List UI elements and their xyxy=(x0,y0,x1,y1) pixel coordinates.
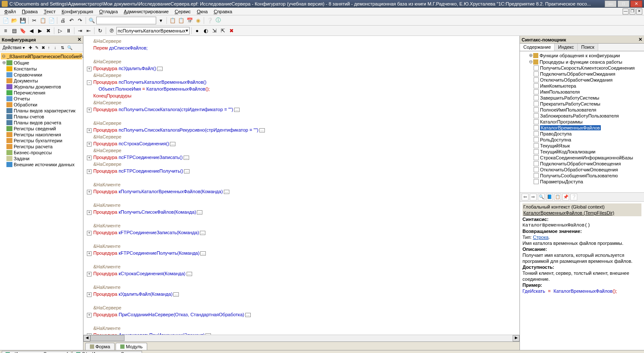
tb2-bookmark-button[interactable]: 🔖 xyxy=(19,27,27,35)
ellipsis-icon[interactable]: … xyxy=(259,128,265,132)
fold-toggle[interactable]: - xyxy=(87,80,92,85)
maximize-button[interactable]: □ xyxy=(617,0,629,7)
info-button[interactable]: ⓘ xyxy=(214,17,222,24)
tree-item[interactable]: Регистры бухгалтерии xyxy=(1,138,82,144)
fold-toggle[interactable]: + xyxy=(87,210,92,215)
ellipsis-icon[interactable]: … xyxy=(184,169,190,174)
help-leaf[interactable]: ПрекратитьРаботуСистемы xyxy=(521,101,643,107)
ellipsis-icon[interactable]: … xyxy=(200,231,205,235)
ellipsis-icon[interactable]: … xyxy=(200,251,206,256)
close-button[interactable]: ✕ xyxy=(630,0,642,7)
ellipsis-icon[interactable]: … xyxy=(170,142,175,146)
help-leaf[interactable]: ЗавершитьРаботуСистемы xyxy=(521,95,643,101)
tree-item[interactable]: Бизнес-процессы xyxy=(1,150,82,156)
fold-toggle[interactable]: + xyxy=(87,313,92,318)
open-button[interactable]: 📂 xyxy=(10,17,18,24)
help-book-button[interactable]: 📘 xyxy=(546,194,553,200)
redo-button[interactable]: ↷ xyxy=(76,17,84,24)
sort-icon[interactable]: ⇅ xyxy=(59,45,65,51)
minimize-button[interactable]: — xyxy=(605,0,617,7)
copy-button[interactable]: 📋 xyxy=(39,17,47,24)
mdi-restore-button[interactable]: ❐ xyxy=(629,9,635,15)
fold-toggle[interactable]: + xyxy=(87,231,92,235)
help-tree[interactable]: ⊕Функции обращения к конфигурации⊖Процед… xyxy=(520,51,644,192)
tb2-pause-button[interactable]: ⏸ xyxy=(65,27,72,35)
search-next-button[interactable]: ▾ xyxy=(157,17,165,24)
search-input[interactable] xyxy=(96,17,156,24)
tree-item[interactable]: Регистры сведений xyxy=(1,126,82,132)
tb2-btn-1[interactable]: ≡ xyxy=(2,27,9,35)
menu-конфигурация[interactable]: Конфигурация xyxy=(59,9,96,15)
tree-item[interactable]: Перечисления xyxy=(1,90,82,96)
tree-item[interactable]: ⊕Общие xyxy=(1,59,82,66)
fold-toggle[interactable]: + xyxy=(87,190,92,194)
tree-item[interactable]: Журналы документов xyxy=(1,84,82,90)
help-leaf[interactable]: КаталогВременныхФайлов xyxy=(521,125,643,131)
config-panel-close-button[interactable]: ✕ xyxy=(77,37,81,42)
undo-button[interactable]: ↶ xyxy=(68,17,75,24)
ellipsis-icon[interactable]: … xyxy=(197,210,202,215)
help-help-button[interactable]: ❔ xyxy=(570,194,577,200)
tb2-proc-button[interactable]: ℗ xyxy=(108,27,116,35)
tab-Форма[interactable]: Форма xyxy=(85,343,115,350)
menu-сервис[interactable]: Сервис xyxy=(172,9,193,15)
compare2-button[interactable]: 📋 xyxy=(177,17,185,24)
ellipsis-icon[interactable]: … xyxy=(245,313,251,317)
fold-toggle[interactable]: + xyxy=(87,333,92,335)
tb2-break-button[interactable]: ● xyxy=(193,27,201,35)
fold-toggle[interactable]: + xyxy=(87,108,92,112)
syntax-helper-close-button[interactable]: ✕ xyxy=(638,37,642,42)
tree-item[interactable]: Регистры расчета xyxy=(1,144,82,150)
help-find-button[interactable]: 🔍 xyxy=(538,194,545,200)
new-button[interactable]: 📄 xyxy=(2,17,9,24)
add-icon[interactable]: ✚ xyxy=(27,45,33,51)
run-1c-button[interactable]: ◉ xyxy=(194,17,202,24)
return-type-link[interactable]: Строка xyxy=(533,235,548,240)
help-tab-Индекс[interactable]: Индекс xyxy=(555,44,578,51)
help-leaf[interactable]: ТекущийЯзык xyxy=(521,143,643,149)
doc-tab[interactable]: ...ИсследованиеСервера.epf xyxy=(2,351,71,353)
fold-toggle[interactable]: + xyxy=(87,128,92,133)
help-leaf[interactable]: ОтключитьОбработчикОжидания xyxy=(521,77,643,83)
help-leaf[interactable]: ИмяКомпьютера xyxy=(521,83,643,89)
fold-toggle[interactable]: + xyxy=(87,292,92,297)
print-button[interactable]: 🖨 xyxy=(59,17,67,24)
up-icon[interactable]: ↑ xyxy=(46,45,52,51)
help-leaf[interactable]: СтрокаСоединенияИнформационнойБазы xyxy=(521,155,643,161)
compare-button[interactable]: 📋 xyxy=(169,17,176,24)
help-tab-Содержание[interactable]: Содержание xyxy=(520,44,555,51)
code-editor[interactable]: &НаСервереПерем дзСписокФайлов; &НаСерве… xyxy=(83,36,519,335)
tree-item[interactable]: Планы видов характеристик xyxy=(1,108,82,114)
down-icon[interactable]: ↓ xyxy=(53,45,59,51)
help-copy-button[interactable]: 📋 xyxy=(554,194,561,200)
help-pin-button[interactable]: 📌 xyxy=(562,194,569,200)
help-leaf[interactable]: ПравоДоступа xyxy=(521,131,643,137)
help-leaf[interactable]: ИмяПользователя xyxy=(521,89,643,95)
calendar-button[interactable]: 📅 xyxy=(186,17,193,24)
help-branch[interactable]: ⊖Процедуры и функции сеанса работы xyxy=(521,59,643,65)
ellipsis-icon[interactable]: … xyxy=(187,272,192,276)
fold-toggle[interactable]: + xyxy=(87,169,92,174)
tree-item[interactable]: Регистры накопления xyxy=(1,132,82,138)
tb2-run-button[interactable]: ▷ xyxy=(56,27,64,35)
tree-item[interactable]: Внешние источники данных xyxy=(1,162,82,168)
menu-администрирование[interactable]: Администрирование xyxy=(121,9,171,15)
config-root-item[interactable]: ⊖ _8ЗанятийПрактическоеПособиеРазработч xyxy=(1,53,82,59)
fold-toggle[interactable]: + xyxy=(87,251,92,256)
ellipsis-icon[interactable]: … xyxy=(224,190,229,194)
tree-item[interactable]: Справочники xyxy=(1,72,82,78)
tb2-btn-2[interactable]: ▤ xyxy=(10,27,18,35)
fold-toggle[interactable]: + xyxy=(87,67,92,71)
tree-item[interactable]: Документы xyxy=(1,78,82,84)
tb2-bookmark-next-button[interactable]: ▶ xyxy=(36,27,44,35)
menu-файл[interactable]: Файл xyxy=(2,9,18,15)
tb2-bookmark-clear-button[interactable]: ✖ xyxy=(45,27,52,35)
help-leaf[interactable]: ПолноеИмяПользователя xyxy=(521,107,643,113)
tb2-step-button[interactable]: ⇲ xyxy=(211,27,218,35)
ellipsis-icon[interactable]: … xyxy=(173,292,179,297)
help-fwd-button[interactable]: ⇨ xyxy=(530,194,537,200)
help-branch[interactable]: ⊕Функции обращения к конфигурации xyxy=(521,52,643,59)
help-button[interactable]: ❔ xyxy=(206,17,214,24)
menu-окна[interactable]: Окна xyxy=(194,9,211,15)
tb2-stop-button[interactable]: ✖ xyxy=(228,27,235,35)
